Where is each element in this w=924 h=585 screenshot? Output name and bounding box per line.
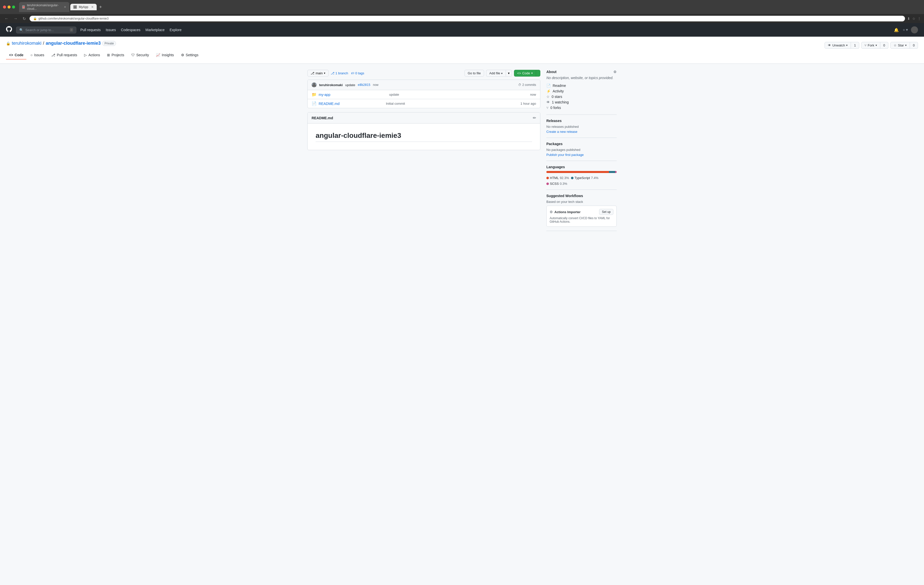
github-header: 🔍 Search or jump to... / Pull requests I… <box>0 23 924 37</box>
workflow-setup-button[interactable]: Set up <box>599 209 614 215</box>
branch-selector[interactable]: ⎇ main ▾ <box>307 70 329 77</box>
tab-pull-requests[interactable]: ⎇ Pull requests <box>48 51 80 59</box>
create-release-link[interactable]: Create a new release <box>546 130 578 133</box>
plus-icon[interactable]: ＋▾ <box>902 27 908 33</box>
star-count-button[interactable]: 0 <box>910 42 918 49</box>
star-button[interactable]: ☆ Star ▾ <box>890 42 910 49</box>
language-list: HTML 92.3% TypeScript 7.4% SCSS 0.3% <box>546 176 617 186</box>
search-icon: 🔍 <box>19 28 23 32</box>
typescript-lang-name: TypeScript <box>574 176 590 180</box>
clock-icon: ⏱ <box>518 83 521 87</box>
go-to-file-button[interactable]: Go to file <box>465 70 484 77</box>
forward-button[interactable]: → <box>12 16 19 21</box>
address-bar[interactable]: 🔒 github.com/teruhirokomaki/angular-clou… <box>30 16 905 21</box>
nav-codespaces[interactable]: Codespaces <box>121 28 140 32</box>
tab-insights[interactable]: 📈 Insights <box>153 51 177 59</box>
packages-title: Packages <box>546 142 563 146</box>
commit-hash[interactable]: e8b2815 <box>358 83 371 87</box>
tag-count-link[interactable]: 🏷 0 tags <box>351 71 364 75</box>
repo-name-link[interactable]: angular-cloudflare-iemie3 <box>46 41 101 46</box>
nav-explore[interactable]: Explore <box>170 28 182 32</box>
tab-2-close[interactable]: ✕ <box>91 5 94 9</box>
tab-settings[interactable]: ⚙ Settings <box>178 51 201 59</box>
file-name-readme[interactable]: README.md <box>318 102 386 106</box>
tag-count-text: 0 tags <box>355 71 364 75</box>
branch-meta: ⎇ 1 branch 🏷 0 tags <box>331 71 364 75</box>
releases-header: Releases <box>546 119 617 123</box>
file-name-my-app[interactable]: my-app <box>318 93 389 97</box>
issues-icon: ○ <box>30 53 32 57</box>
visibility-badge: Private <box>102 41 116 46</box>
bell-icon[interactable]: 🔔 <box>894 28 899 32</box>
code-split-button[interactable] <box>536 70 540 77</box>
publish-package-link[interactable]: Publish your first package <box>546 153 584 157</box>
typescript-lang-bar <box>609 171 615 173</box>
tag-count-icon: 🏷 <box>351 71 354 75</box>
branch-count-link[interactable]: ⎇ 1 branch <box>331 71 348 75</box>
browser-nav: ← → ↻ 🔒 github.com/teruhirokomaki/angula… <box>0 14 924 23</box>
main-content: ⎇ main ▾ ⎇ 1 branch 🏷 0 tags Go to file <box>301 64 623 237</box>
unwatch-button[interactable]: 👁 Unwatch ▾ <box>825 42 851 49</box>
no-packages-text: No packages published <box>546 148 617 152</box>
refresh-button[interactable]: ↻ <box>21 16 27 21</box>
new-tab-button[interactable]: + <box>98 5 104 10</box>
commit-author[interactable]: teruhirokomaki <box>319 83 343 87</box>
readme-title: README.md <box>312 116 333 120</box>
fork-button[interactable]: ⑂ Fork ▾ <box>861 42 880 49</box>
fork-count-button[interactable]: 0 <box>880 42 888 49</box>
activity-link[interactable]: ⚡ Activity <box>546 88 617 94</box>
github-logo[interactable] <box>6 26 12 34</box>
watching-count: 1 watching <box>552 100 569 104</box>
owner-link[interactable]: teruhirokomaki <box>12 41 41 46</box>
html-lang-pct: 92.3% <box>560 176 569 180</box>
tab-2[interactable]: M MyApp ✕ <box>70 4 97 10</box>
tab-1-close[interactable]: ✕ <box>64 5 66 9</box>
user-avatar[interactable] <box>911 26 918 33</box>
lock-icon: 🔒 <box>6 41 10 45</box>
unwatch-label: Unwatch <box>832 43 845 47</box>
commit-count[interactable]: ⏱ 2 commits <box>518 83 536 87</box>
unwatch-count-button[interactable]: 1 <box>851 42 859 49</box>
add-file-split[interactable]: ▾ <box>506 70 512 77</box>
nav-pull-requests[interactable]: Pull requests <box>80 28 101 32</box>
bookmark-icon[interactable]: ☆ <box>912 16 916 21</box>
sidebar-workflows: Suggested Workflows Based on your tech s… <box>546 190 617 231</box>
code-button[interactable]: <> Code ▾ <box>514 70 536 77</box>
add-file-button[interactable]: Add file ▾ <box>486 70 506 77</box>
dot-minimize[interactable] <box>8 5 10 8</box>
security-icon: 🛡 <box>131 53 135 57</box>
releases-title: Releases <box>546 119 562 123</box>
file-commit-msg-0: update <box>389 93 530 96</box>
tab-issues[interactable]: ○ Issues <box>27 51 47 59</box>
dot-fullscreen[interactable] <box>12 5 15 8</box>
github-header-right: 🔔 ＋▾ <box>894 26 918 33</box>
tab-code[interactable]: <> Code <box>6 51 26 59</box>
nav-marketplace[interactable]: Marketplace <box>145 28 165 32</box>
repo-main: ⎇ main ▾ ⎇ 1 branch 🏷 0 tags Go to file <box>307 70 540 231</box>
dot-close[interactable] <box>3 5 6 8</box>
repo-header: 🔒 teruhirokomaki / angular-cloudflare-ie… <box>0 37 924 64</box>
forks-stat: ⑂ 0 forks <box>546 105 617 110</box>
back-button[interactable]: ← <box>3 16 10 21</box>
branch-chevron-icon: ▾ <box>324 72 325 75</box>
readme-link[interactable]: 📄 Readme <box>546 83 617 88</box>
file-time-0: now <box>530 93 536 96</box>
sidebar-releases: Releases No releases published Create a … <box>546 115 617 138</box>
tab-1[interactable]: 🐙 teruhirokomaki/angular-cloud... ✕ <box>19 2 69 12</box>
github-main-nav: Pull requests Issues Codespaces Marketpl… <box>80 28 182 32</box>
edit-readme-button[interactable]: ✏ <box>533 115 536 120</box>
eye-stat-icon: 👁 <box>546 100 550 104</box>
scss-lang-item: SCSS 0.3% <box>546 182 567 186</box>
menu-icon[interactable]: ⋮ <box>917 16 921 21</box>
star-label: Star <box>898 43 904 47</box>
workflow-description: Automatically convert CI/CD files to YAM… <box>549 216 614 224</box>
search-box[interactable]: 🔍 Search or jump to... / <box>16 26 76 33</box>
tab-actions[interactable]: ▷ Actions <box>81 51 103 59</box>
download-icon[interactable]: ⬇ <box>907 16 910 21</box>
about-gear-button[interactable]: ⚙ <box>614 70 617 74</box>
tab-projects[interactable]: ⊞ Projects <box>104 51 127 59</box>
chevron-down-icon: ▾ <box>846 44 848 47</box>
nav-issues[interactable]: Issues <box>106 28 116 32</box>
workflow-card: ⚙ Actions Importer Set up Automatically … <box>546 206 617 227</box>
tab-security[interactable]: 🛡 Security <box>128 51 152 59</box>
